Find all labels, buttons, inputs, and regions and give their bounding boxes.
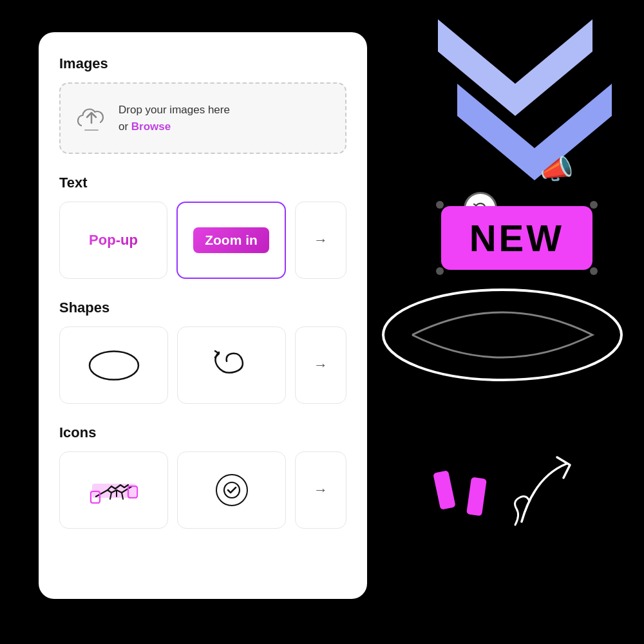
handshake-wrapper [90,472,138,508]
text-items-grid: Pop-up Zoom in → [59,202,346,279]
or-text: or [118,120,131,133]
shape-item-spiral[interactable] [177,327,286,404]
handshake-svg [90,472,138,508]
images-title: Images [59,55,346,72]
svg-point-3 [90,351,138,379]
oval-scribble [374,277,631,393]
images-section: Images Drop your images here or Browse [59,55,346,154]
popup-label: Pop-up [89,232,138,249]
spiral-svg [206,339,258,391]
chevron-decoration [419,13,612,193]
shapes-title: Shapes [59,299,346,316]
text-item-arrow[interactable]: → [295,202,346,279]
icons-title: Icons [59,424,346,441]
icons-arrow-symbol: → [314,482,328,498]
drop-text: Drop your images here or Browse [118,102,230,135]
icon-item-handshake[interactable] [59,451,168,529]
text-item-popup[interactable]: Pop-up [59,202,167,279]
svg-point-7 [224,482,240,498]
arrow-scribble [502,451,592,541]
new-badge: NEW [441,206,592,270]
svg-point-2 [383,290,621,380]
text-item-zoomin[interactable]: Zoom in [176,202,286,279]
icons-section: Icons [59,424,346,529]
text-arrow-symbol: → [314,232,328,249]
zoomin-bg: Zoom in [193,227,269,253]
shapes-arrow-symbol: → [314,357,328,374]
shapes-section: Shapes → [59,299,346,404]
oval-svg [86,348,142,383]
megaphone-icon: 📣 [540,153,573,185]
text-section: Text Pop-up Zoom in → [59,175,346,279]
text-title: Text [59,175,346,191]
shape-item-oval[interactable] [59,327,168,404]
drop-zone[interactable]: Drop your images here or Browse [59,82,346,154]
zoomin-label: Zoom in [205,232,258,247]
shape-item-arrow[interactable]: → [295,327,346,404]
checkmark-svg [223,481,241,499]
new-badge-area: NEW [441,206,592,270]
shapes-items-grid: → [59,327,346,404]
main-panel: Images Drop your images here or Browse T… [39,32,367,599]
upload-icon [76,103,107,134]
icon-item-checkmark[interactable] [177,451,286,529]
icon-item-arrow[interactable]: → [295,451,346,529]
check-circle [216,474,248,506]
new-badge-text: NEW [469,217,564,259]
icons-items-grid: → [59,451,346,529]
browse-link[interactable]: Browse [131,120,171,133]
